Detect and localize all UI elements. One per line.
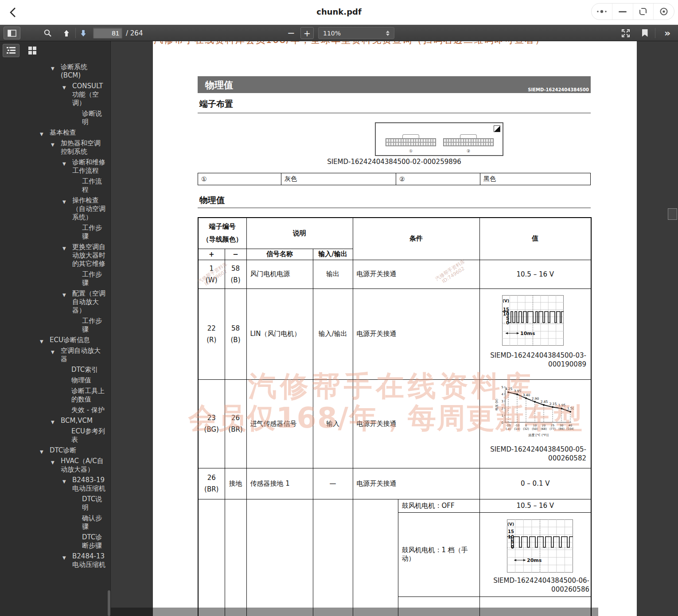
toc-item[interactable]: ▼配置（空调 自动放大 器） <box>0 289 111 315</box>
toc-item[interactable]: 确认步 骤 <box>0 514 111 531</box>
toolbar-more-button[interactable]: » <box>660 27 674 39</box>
toc-item-label: CONSULT 功能（空 调） <box>72 82 103 107</box>
toc-item[interactable]: ▼DTC诊断 <box>0 446 111 455</box>
toc-item-label: HVAC（A/C自 动放大器） <box>61 457 104 473</box>
fullscreen-icon <box>621 28 631 38</box>
toc-item[interactable]: 工作步 骤 <box>0 317 111 334</box>
vertical-scrollbar-thumb[interactable] <box>668 208 677 220</box>
page-count-label: / 264 <box>126 29 143 37</box>
toc-item[interactable]: ▼更换空调自 动放大器时 的其它维修 <box>0 243 111 268</box>
connector-caption: SIEMD-16242404384500-02-000259896 <box>198 158 591 166</box>
col-header-terminal: 端子编号 （导线颜色） <box>198 218 246 249</box>
outline-view-button[interactable] <box>3 44 19 57</box>
search-icon <box>43 29 52 38</box>
toc-item[interactable]: 工作流 程 <box>0 177 111 194</box>
caret-down-icon[interactable]: ▼ <box>40 130 43 138</box>
caret-down-icon[interactable]: ▼ <box>40 337 43 346</box>
toc-item[interactable]: ▼诊断和维修 工作流程 <box>0 158 111 175</box>
col-header-plus: + <box>198 249 225 260</box>
target-button[interactable] <box>653 4 674 19</box>
previous-page-button[interactable] <box>60 27 73 39</box>
toc-tree: ▼诊断系统 (BCM)▼CONSULT 功能（空 调）诊断说 明▼基本检查▼加热… <box>0 61 111 571</box>
thumbnail-view-button[interactable] <box>24 44 41 57</box>
toc-item-label: 加热器和空调 控制系统 <box>61 139 101 156</box>
toc-item[interactable]: 工作步 骤 <box>0 224 111 241</box>
caret-down-icon[interactable]: ▼ <box>62 291 66 299</box>
color-table-num2: ② <box>396 173 480 185</box>
caret-down-icon[interactable]: ▼ <box>40 448 43 456</box>
pdf-toolbar: / 264 − + 110% » <box>0 25 678 41</box>
app-title-bar: chunk.pdf <box>0 0 678 25</box>
next-page-button[interactable] <box>77 27 90 39</box>
toc-item[interactable]: DTC说 明 <box>0 495 111 512</box>
caret-down-icon[interactable]: ▼ <box>62 477 66 486</box>
caret-down-icon[interactable]: ▼ <box>51 458 55 467</box>
toc-item[interactable]: ▼ECU诊断信息 <box>0 336 111 344</box>
restore-window-button[interactable] <box>633 4 654 19</box>
toc-item[interactable]: ECU参考列 表 <box>0 427 111 444</box>
caret-down-icon[interactable]: ▼ <box>51 64 55 73</box>
minimize-button[interactable] <box>612 4 633 19</box>
more-options-icon <box>596 9 608 14</box>
toc-item[interactable]: ▼CONSULT 功能（空 调） <box>0 82 111 107</box>
sidebar-scrollbar-thumb[interactable] <box>108 590 110 616</box>
view-direction-icon <box>494 125 500 132</box>
caret-down-icon[interactable]: ▼ <box>62 160 66 168</box>
caret-down-icon[interactable]: ▼ <box>51 140 55 149</box>
toc-item[interactable]: ▼HVAC（A/C自 动放大器） <box>0 457 111 474</box>
toc-item-label: 工作流 程 <box>82 177 102 194</box>
toc-item[interactable]: DTC诊 断步骤 <box>0 533 111 550</box>
bookmark-icon <box>642 29 648 37</box>
toc-item[interactable]: DTC索引 <box>0 366 111 374</box>
sidebar-toggle-button[interactable] <box>4 27 20 39</box>
caret-down-icon[interactable]: ▼ <box>62 83 66 92</box>
toc-item-label: 操作检查 （自动空调 系统） <box>72 196 105 221</box>
toc-item-label: DTC诊断 <box>50 446 76 454</box>
more-options-button[interactable] <box>592 4 612 19</box>
toc-item[interactable]: 诊断工具上 的数值 <box>0 387 111 404</box>
caret-down-icon[interactable]: ▼ <box>62 554 66 562</box>
connector-color-table: ① 灰色 ② 黑色 <box>198 173 591 185</box>
toc-item[interactable]: ▼诊断系统 (BCM) <box>0 63 111 80</box>
caret-down-icon[interactable]: ▼ <box>62 244 66 253</box>
toc-item[interactable]: 诊断说 明 <box>0 109 111 126</box>
page-down-icon <box>79 29 87 38</box>
promo-banner-text: 汽修帮手在线资料库会员168/年，全球车型资料免费查询（扫码右边二维码即可查看） <box>154 41 623 46</box>
search-button[interactable] <box>42 27 54 39</box>
toc-item-label: DTC说 明 <box>82 495 102 511</box>
toc-item-label: 空调自动放大 器 <box>61 347 101 363</box>
connector-2-pins <box>443 138 494 146</box>
toc-item-label: 诊断和维修 工作流程 <box>72 158 105 175</box>
toc-item[interactable]: ▼基本检查 <box>0 129 111 137</box>
toc-item[interactable]: 失效 - 保护 <box>0 406 111 414</box>
toc-item-label: 更换空调自 动放大器时 的其它维修 <box>72 243 105 268</box>
horizontal-scrollbar[interactable] <box>111 608 598 616</box>
connector-1-label: ① <box>409 149 413 153</box>
pdf-viewer-area[interactable]: 汽修帮手在线资料库会员168/年，全球车型资料免费查询（扫码右边二维码即可查看）… <box>111 41 678 616</box>
toc-item[interactable]: ▼操作检查 （自动空调 系统） <box>0 196 111 222</box>
color-table-color2: 黑色 <box>480 173 591 185</box>
toc-item-label: 失效 - 保护 <box>71 406 105 414</box>
divider <box>198 113 591 113</box>
zoom-out-button[interactable]: − <box>284 27 299 39</box>
col-header-description: 说明 <box>246 218 353 249</box>
zoom-in-button[interactable]: + <box>300 27 314 39</box>
zoom-level-select[interactable]: 110% <box>318 27 394 39</box>
toc-item[interactable]: ▼B2484-13 电动压缩机 <box>0 552 111 569</box>
fullscreen-button[interactable] <box>620 27 632 39</box>
toc-item[interactable]: 工作步 骤 <box>0 270 111 287</box>
toc-item-label: 物理值 <box>71 376 91 384</box>
caret-down-icon[interactable]: ▼ <box>62 198 66 206</box>
caret-down-icon[interactable]: ▼ <box>51 418 55 426</box>
toc-item-label: B2483-19 电动压缩机 <box>72 476 105 492</box>
connector-1-pins <box>386 138 436 146</box>
toc-item[interactable]: ▼BCM,VCM <box>0 417 111 425</box>
page-number-input[interactable] <box>93 27 122 39</box>
toc-item[interactable]: ▼加热器和空调 控制系统 <box>0 139 111 156</box>
sidebar-view-switcher <box>0 41 111 60</box>
toc-item[interactable]: ▼B2483-19 电动压缩机 <box>0 476 111 493</box>
toc-item[interactable]: 物理值 <box>0 376 111 385</box>
toc-item[interactable]: ▼空调自动放大 器 <box>0 347 111 363</box>
caret-down-icon[interactable]: ▼ <box>51 348 55 356</box>
bookmark-button[interactable] <box>640 27 650 39</box>
